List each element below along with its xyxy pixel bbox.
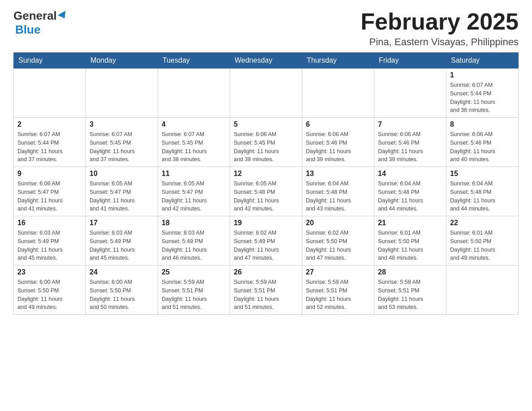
title-area: February 2025 Pina, Eastern Visayas, Phi… [360, 9, 519, 48]
day-info: Sunrise: 6:03 AM Sunset: 5:49 PM Dayligh… [162, 229, 226, 262]
calendar-cell: 25Sunrise: 5:59 AM Sunset: 5:51 PM Dayli… [158, 265, 230, 315]
weekday-header-thursday: Thursday [302, 53, 374, 68]
calendar-cell: 1Sunrise: 6:07 AM Sunset: 5:44 PM Daylig… [446, 68, 519, 118]
calendar-cell: 17Sunrise: 6:03 AM Sunset: 5:49 PM Dayli… [86, 216, 158, 265]
calendar-cell: 11Sunrise: 6:05 AM Sunset: 5:47 PM Dayli… [158, 167, 230, 216]
calendar-week-row: 23Sunrise: 6:00 AM Sunset: 5:50 PM Dayli… [14, 265, 519, 315]
day-info: Sunrise: 6:06 AM Sunset: 5:47 PM Dayligh… [17, 180, 82, 213]
day-number: 23 [17, 268, 82, 276]
calendar-cell [86, 68, 158, 118]
day-info: Sunrise: 6:04 AM Sunset: 5:48 PM Dayligh… [450, 180, 515, 213]
day-number: 15 [450, 170, 515, 178]
day-number: 17 [90, 219, 154, 227]
day-info: Sunrise: 6:02 AM Sunset: 5:49 PM Dayligh… [234, 229, 298, 262]
calendar-week-row: 9Sunrise: 6:06 AM Sunset: 5:47 PM Daylig… [14, 167, 519, 216]
day-number: 24 [90, 268, 154, 276]
calendar-cell [158, 68, 230, 118]
calendar-cell [302, 68, 374, 118]
day-number: 18 [162, 219, 226, 227]
day-info: Sunrise: 6:03 AM Sunset: 5:49 PM Dayligh… [17, 229, 82, 262]
calendar-cell: 21Sunrise: 6:01 AM Sunset: 5:50 PM Dayli… [374, 216, 446, 265]
calendar-cell: 23Sunrise: 6:00 AM Sunset: 5:50 PM Dayli… [14, 265, 86, 315]
day-number: 20 [306, 219, 370, 227]
logo-blue-text: Blue [15, 23, 40, 36]
calendar-table: SundayMondayTuesdayWednesdayThursdayFrid… [13, 52, 519, 315]
day-info: Sunrise: 6:06 AM Sunset: 5:45 PM Dayligh… [234, 130, 298, 164]
calendar-cell: 7Sunrise: 6:06 AM Sunset: 5:46 PM Daylig… [374, 118, 446, 167]
calendar-cell: 20Sunrise: 6:02 AM Sunset: 5:50 PM Dayli… [302, 216, 374, 265]
calendar-cell: 5Sunrise: 6:06 AM Sunset: 5:45 PM Daylig… [230, 118, 302, 167]
day-number: 4 [162, 120, 226, 128]
day-number: 6 [306, 120, 370, 128]
calendar-cell: 9Sunrise: 6:06 AM Sunset: 5:47 PM Daylig… [14, 167, 86, 216]
day-number: 16 [17, 219, 82, 227]
calendar-cell: 2Sunrise: 6:07 AM Sunset: 5:44 PM Daylig… [14, 118, 86, 167]
day-number: 25 [162, 268, 226, 276]
day-number: 26 [234, 268, 298, 276]
day-number: 9 [17, 170, 82, 178]
day-info: Sunrise: 6:00 AM Sunset: 5:50 PM Dayligh… [90, 278, 154, 312]
calendar-cell: 16Sunrise: 6:03 AM Sunset: 5:49 PM Dayli… [14, 216, 86, 265]
day-number: 19 [234, 219, 298, 227]
location-title: Pina, Eastern Visayas, Philippines [360, 36, 519, 48]
calendar-cell: 14Sunrise: 6:04 AM Sunset: 5:48 PM Dayli… [374, 167, 446, 216]
calendar-header-row: SundayMondayTuesdayWednesdayThursdayFrid… [14, 53, 519, 68]
day-info: Sunrise: 6:03 AM Sunset: 5:49 PM Dayligh… [90, 229, 154, 262]
calendar-cell [446, 265, 519, 315]
day-number: 1 [450, 71, 515, 79]
day-info: Sunrise: 5:59 AM Sunset: 5:51 PM Dayligh… [234, 278, 298, 312]
weekday-header-wednesday: Wednesday [230, 53, 302, 68]
calendar-cell: 12Sunrise: 6:05 AM Sunset: 5:48 PM Dayli… [230, 167, 302, 216]
calendar-cell: 22Sunrise: 6:01 AM Sunset: 5:50 PM Dayli… [446, 216, 519, 265]
day-info: Sunrise: 6:04 AM Sunset: 5:48 PM Dayligh… [378, 180, 442, 213]
page-header: General Blue February 2025 Pina, Eastern… [13, 9, 519, 48]
calendar-cell: 10Sunrise: 6:05 AM Sunset: 5:47 PM Dayli… [86, 167, 158, 216]
calendar-cell: 19Sunrise: 6:02 AM Sunset: 5:49 PM Dayli… [230, 216, 302, 265]
day-number: 2 [17, 120, 82, 128]
calendar-cell: 3Sunrise: 6:07 AM Sunset: 5:45 PM Daylig… [86, 118, 158, 167]
logo: General Blue [13, 9, 68, 37]
day-info: Sunrise: 6:05 AM Sunset: 5:47 PM Dayligh… [162, 180, 226, 213]
day-info: Sunrise: 6:01 AM Sunset: 5:50 PM Dayligh… [378, 229, 442, 262]
day-number: 10 [90, 170, 154, 178]
day-number: 28 [378, 268, 442, 276]
day-info: Sunrise: 6:06 AM Sunset: 5:46 PM Dayligh… [378, 130, 442, 164]
calendar-cell: 28Sunrise: 5:58 AM Sunset: 5:51 PM Dayli… [374, 265, 446, 315]
weekday-header-tuesday: Tuesday [158, 53, 230, 68]
day-info: Sunrise: 6:06 AM Sunset: 5:46 PM Dayligh… [450, 130, 515, 164]
logo-triangle-icon [58, 10, 69, 20]
day-number: 13 [306, 170, 370, 178]
calendar-cell [14, 68, 86, 118]
day-info: Sunrise: 6:04 AM Sunset: 5:48 PM Dayligh… [306, 180, 370, 213]
day-info: Sunrise: 6:05 AM Sunset: 5:48 PM Dayligh… [234, 180, 298, 213]
calendar-cell [374, 68, 446, 118]
day-info: Sunrise: 6:07 AM Sunset: 5:45 PM Dayligh… [90, 130, 154, 164]
day-info: Sunrise: 6:02 AM Sunset: 5:50 PM Dayligh… [306, 229, 370, 262]
day-info: Sunrise: 6:01 AM Sunset: 5:50 PM Dayligh… [450, 229, 515, 262]
calendar-cell: 27Sunrise: 5:58 AM Sunset: 5:51 PM Dayli… [302, 265, 374, 315]
day-info: Sunrise: 6:06 AM Sunset: 5:46 PM Dayligh… [306, 130, 370, 164]
calendar-cell: 15Sunrise: 6:04 AM Sunset: 5:48 PM Dayli… [446, 167, 519, 216]
day-number: 22 [450, 219, 515, 227]
day-info: Sunrise: 6:00 AM Sunset: 5:50 PM Dayligh… [17, 278, 82, 312]
weekday-header-friday: Friday [374, 53, 446, 68]
logo-general-text: General [13, 9, 57, 23]
day-number: 3 [90, 120, 154, 128]
day-number: 21 [378, 219, 442, 227]
calendar-cell: 4Sunrise: 6:07 AM Sunset: 5:45 PM Daylig… [158, 118, 230, 167]
calendar-cell: 6Sunrise: 6:06 AM Sunset: 5:46 PM Daylig… [302, 118, 374, 167]
day-number: 8 [450, 120, 515, 128]
calendar-cell: 18Sunrise: 6:03 AM Sunset: 5:49 PM Dayli… [158, 216, 230, 265]
calendar-cell: 26Sunrise: 5:59 AM Sunset: 5:51 PM Dayli… [230, 265, 302, 315]
weekday-header-monday: Monday [86, 53, 158, 68]
weekday-header-saturday: Saturday [446, 53, 519, 68]
day-number: 11 [162, 170, 226, 178]
calendar-cell [230, 68, 302, 118]
day-info: Sunrise: 6:07 AM Sunset: 5:44 PM Dayligh… [17, 130, 82, 164]
day-info: Sunrise: 5:58 AM Sunset: 5:51 PM Dayligh… [306, 278, 370, 312]
weekday-header-sunday: Sunday [14, 53, 86, 68]
day-number: 14 [378, 170, 442, 178]
calendar-cell: 8Sunrise: 6:06 AM Sunset: 5:46 PM Daylig… [446, 118, 519, 167]
day-number: 7 [378, 120, 442, 128]
month-title: February 2025 [360, 9, 519, 34]
